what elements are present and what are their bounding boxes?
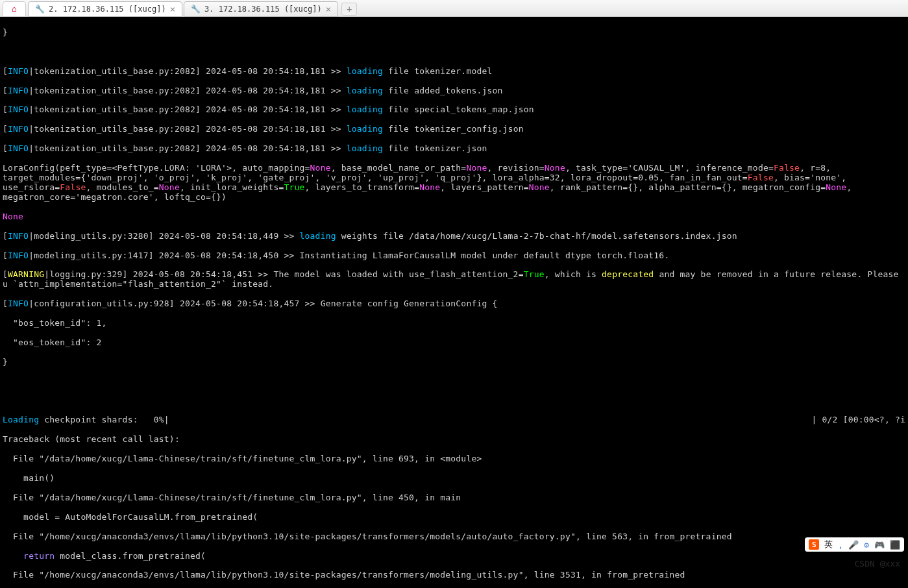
log-line: [INFO|modeling_utils.py:3280] 2024-05-08… bbox=[3, 232, 905, 241]
log-line: main() bbox=[3, 474, 905, 484]
log-line: [INFO|tokenization_utils_base.py:2082] 2… bbox=[3, 67, 905, 77]
close-icon[interactable]: × bbox=[170, 4, 175, 14]
ime-game-icon[interactable]: 🎮 bbox=[874, 540, 885, 550]
log-line: [INFO|tokenization_utils_base.py:2082] 2… bbox=[3, 144, 905, 154]
log-line: Traceback (most recent call last): bbox=[3, 435, 905, 445]
ime-logo-icon: S bbox=[809, 539, 819, 550]
log-line: return model_class.from_pretrained( bbox=[3, 552, 905, 561]
log-line: Loading checkpoint shards: 0%|| 0/2 [00:… bbox=[3, 415, 905, 425]
log-line: model = AutoModelForCausalLM.from_pretra… bbox=[3, 513, 905, 522]
log-line: "eos_token_id": 2 bbox=[3, 338, 905, 348]
new-tab-button[interactable]: + bbox=[341, 3, 357, 16]
close-icon[interactable]: × bbox=[326, 4, 331, 14]
log-line: [INFO|configuration_utils.py:928] 2024-0… bbox=[3, 299, 905, 309]
log-line: LoraConfig(peft_type=<PeftType.LORA: 'LO… bbox=[3, 164, 905, 202]
log-line: [INFO|tokenization_utils_base.py:2082] 2… bbox=[3, 105, 905, 115]
tab-2[interactable]: 🔧 3. 172.18.36.115 ([xucg]) × bbox=[184, 1, 338, 17]
line bbox=[3, 397, 905, 406]
tab-label: 3. 172.18.36.115 ([xucg]) bbox=[204, 5, 322, 14]
log-line: [INFO|tokenization_utils_base.py:2082] 2… bbox=[3, 86, 905, 96]
log-line: [INFO|modeling_utils.py:1417] 2024-05-08… bbox=[3, 251, 905, 261]
ime-grid-icon[interactable]: ⬛ bbox=[890, 540, 900, 550]
ime-punct-icon[interactable]: , bbox=[838, 540, 843, 550]
ime-gear-icon[interactable]: ⚙ bbox=[864, 540, 869, 550]
line bbox=[3, 47, 905, 57]
log-line: "bos_token_id": 1, bbox=[3, 319, 905, 328]
home-tab[interactable]: ⌂ bbox=[3, 1, 26, 17]
tab-1[interactable]: 🔧 2. 172.18.36.115 ([xucg]) × bbox=[28, 1, 182, 17]
line: } bbox=[3, 28, 905, 38]
log-line: [INFO|tokenization_utils_base.py:2082] 2… bbox=[3, 125, 905, 134]
key-icon: 🔧 bbox=[191, 5, 201, 14]
log-line: None bbox=[3, 212, 905, 222]
tab-label: 2. 172.18.36.115 ([xucg]) bbox=[49, 5, 166, 14]
terminal-output[interactable]: } [INFO|tokenization_utils_base.py:2082]… bbox=[0, 17, 908, 588]
log-line: File "/data/home/xucg/Llama-Chinese/trai… bbox=[3, 493, 905, 503]
line bbox=[3, 377, 905, 387]
key-icon: 🔧 bbox=[35, 5, 45, 14]
log-line: File "/home/xucg/anaconda3/envs/llama/li… bbox=[3, 532, 905, 542]
home-icon: ⌂ bbox=[12, 4, 17, 14]
tab-bar: ⌂ 🔧 2. 172.18.36.115 ([xucg]) × 🔧 3. 172… bbox=[0, 0, 908, 17]
log-line: File "/home/xucg/anaconda3/envs/llama/li… bbox=[3, 570, 905, 580]
ime-lang[interactable]: 英 bbox=[824, 539, 833, 550]
log-line: File "/data/home/xucg/Llama-Chinese/trai… bbox=[3, 454, 905, 464]
line: } bbox=[3, 358, 905, 367]
log-line: [WARNING|logging.py:329] 2024-05-08 20:5… bbox=[3, 270, 905, 289]
ime-mic-icon[interactable]: 🎤 bbox=[848, 540, 859, 550]
ime-toolbar[interactable]: S 英 , 🎤 ⚙ 🎮 ⬛ bbox=[805, 537, 904, 552]
